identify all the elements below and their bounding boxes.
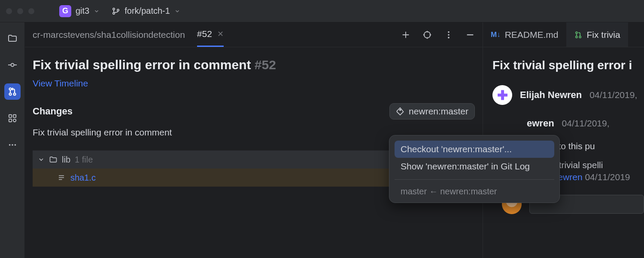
svg-rect-8 (13, 115, 15, 117)
tag-icon (396, 107, 404, 116)
close-window-icon[interactable] (6, 8, 12, 14)
author-row: ✚ Elijah Newren 04/11/2019, (492, 85, 644, 105)
tab-pr-detail-label: Fix trivia (587, 30, 620, 40)
svg-point-6 (13, 93, 15, 95)
target-icon[interactable] (422, 30, 432, 40)
folder-name: lib (62, 155, 70, 165)
plus-icon: ✚ (497, 88, 508, 103)
tab-label: #52 (197, 29, 212, 39)
minimize-window-icon[interactable] (17, 8, 23, 14)
project-selector[interactable]: G git3 (55, 3, 104, 20)
svg-point-0 (113, 8, 115, 9)
branch-icon (112, 7, 120, 15)
author-date: 04/11/2019, (589, 90, 637, 100)
pull-request-icon (574, 31, 583, 39)
sidebar-item-commit[interactable] (4, 57, 21, 73)
tab-pr-detail[interactable]: Fix trivia (566, 22, 628, 47)
author-date-2: 04/11/2019, (562, 118, 610, 129)
author-row-2: ewren 04/11/2019, (492, 118, 644, 129)
add-icon[interactable] (401, 30, 410, 40)
breadcrumb-text: cr-marcstevens/sha1collisiondetection (33, 30, 185, 40)
menu-footer-text: master ← newren:master (401, 187, 497, 196)
changes-heading: Changes (33, 106, 73, 117)
sidebar-item-more[interactable] (4, 137, 21, 153)
right-pane-tabs: M↓ README.md Fix trivia (483, 22, 644, 47)
svg-point-19 (575, 31, 577, 33)
titlebar: G git3 fork/patch-1 (0, 0, 644, 22)
svg-point-14 (424, 31, 431, 38)
branch-pill[interactable]: newren:master (389, 103, 475, 120)
svg-point-20 (575, 36, 577, 37)
file-icon (58, 174, 65, 181)
tab-readme-label: README.md (505, 30, 559, 40)
menu-item-show-log[interactable]: Show 'newren:master' in Git Log (395, 158, 554, 175)
sidebar-item-structure[interactable] (4, 110, 21, 126)
menu-item-checkout[interactable]: Checkout 'newren:master'... (395, 141, 554, 158)
right-pr-title: Fix trivial spelling error i (492, 58, 644, 72)
window-controls (6, 8, 34, 14)
project-name: git3 (76, 6, 89, 16)
collapse-icon[interactable] (465, 30, 475, 40)
avatar: ✚ (492, 85, 512, 105)
pr-title-text: Fix trivial spelling error in comment (33, 58, 251, 72)
sidebar-item-project[interactable] (4, 30, 21, 46)
editor-tabs: cr-marcstevens/sha1collisiondetection #5… (25, 22, 483, 47)
svg-point-12 (12, 144, 13, 146)
branch-pill-label: newren:master (409, 106, 468, 117)
svg-point-15 (448, 31, 450, 33)
svg-point-17 (448, 37, 450, 38)
author-name-partial: ewren (527, 118, 554, 129)
svg-point-13 (14, 144, 16, 146)
svg-point-16 (448, 34, 450, 36)
close-icon[interactable]: ✕ (217, 29, 224, 39)
svg-rect-9 (9, 119, 11, 122)
tab-tools (401, 30, 475, 40)
markdown-icon: M↓ (491, 31, 501, 39)
tab-pr-52[interactable]: #52 ✕ (197, 22, 224, 47)
chevron-down-icon (94, 8, 100, 14)
pr-number: #52 (255, 58, 276, 72)
svg-point-4 (9, 88, 11, 90)
author-name: Elijah Newren (520, 89, 582, 101)
sidebar (0, 22, 25, 258)
branch-context-menu: Checkout 'newren:master'... Show 'newren… (389, 135, 560, 203)
svg-point-5 (9, 93, 11, 95)
sidebar-item-pull-requests[interactable] (4, 83, 21, 100)
svg-point-3 (11, 64, 14, 67)
chevron-down-icon (174, 8, 180, 14)
branch-name: fork/patch-1 (125, 6, 170, 16)
svg-point-21 (579, 36, 581, 37)
file-name: sha1.c (70, 173, 96, 183)
svg-point-11 (9, 144, 10, 146)
svg-point-10 (13, 119, 15, 122)
project-badge: G (59, 5, 71, 17)
menu-separator (395, 179, 554, 180)
maximize-window-icon[interactable] (28, 8, 34, 14)
kebab-icon[interactable] (444, 30, 453, 40)
chevron-down-icon (38, 156, 45, 163)
pr-title: Fix trivial spelling error in comment #5… (33, 58, 475, 72)
branch-selector[interactable]: fork/patch-1 (107, 3, 185, 18)
svg-point-2 (117, 9, 119, 11)
menu-footer: master ← newren:master (395, 184, 554, 197)
tab-readme[interactable]: M↓ README.md (483, 22, 566, 47)
svg-point-18 (400, 109, 401, 110)
svg-point-1 (113, 12, 115, 14)
commit-date: 04/11/2019 (585, 172, 630, 182)
breadcrumb[interactable]: cr-marcstevens/sha1collisiondetection (33, 22, 185, 47)
folder-file-count: 1 file (75, 155, 93, 165)
svg-rect-7 (9, 115, 11, 117)
view-timeline-link[interactable]: View Timeline (33, 78, 88, 89)
folder-icon (49, 155, 58, 164)
